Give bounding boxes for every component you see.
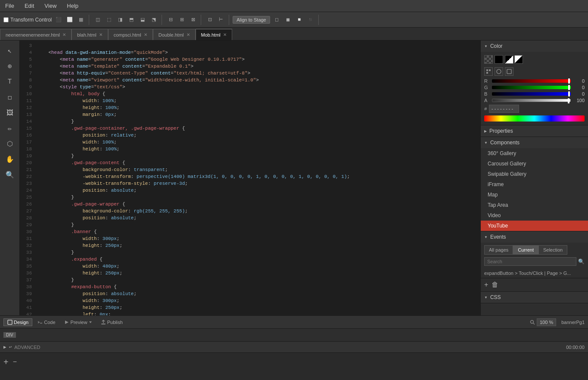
toolbar-btn-1[interactable]: ⬛ (53, 15, 64, 25)
timeline-play-icon[interactable]: ▶ (3, 344, 6, 350)
alpha-slider[interactable] (492, 99, 571, 102)
publish-tab[interactable]: Publish (97, 319, 126, 326)
toolbar-btn-2[interactable]: ⬜ (65, 15, 75, 25)
toolbar-align-top[interactable]: ⬒ (126, 15, 137, 25)
blue-thumb[interactable] (568, 91, 570, 97)
toolbar-size-1[interactable]: ⊡ (205, 15, 215, 25)
color-gradient-bar[interactable] (484, 115, 585, 121)
component-360-gallery[interactable]: 360° Gallery (481, 148, 588, 159)
transform-checkbox[interactable] (3, 17, 9, 22)
sidebar-icon-hand[interactable]: ✋ (3, 153, 17, 166)
component-video[interactable]: Video (481, 210, 588, 221)
toolbar-size-2[interactable]: ⊢ (216, 15, 226, 25)
toolbar-dist-3[interactable]: ⊠ (188, 15, 198, 25)
timeline-minus-button[interactable]: − (13, 358, 17, 366)
red-slider[interactable] (492, 79, 571, 83)
code-tab[interactable]: Code (34, 319, 59, 326)
sidebar-icon-image[interactable]: 🖼 (3, 106, 17, 120)
blue-slider[interactable] (492, 92, 571, 96)
events-search-icon[interactable]: 🔍 (578, 259, 585, 265)
toolbar-extra-1[interactable]: ◻ (272, 15, 282, 25)
tab-close-4[interactable]: ✕ (187, 32, 190, 37)
menu-view[interactable]: View (39, 1, 62, 11)
tab-close-3[interactable]: ✕ (144, 32, 147, 37)
toolbar-align-middle[interactable]: ⬓ (137, 15, 148, 25)
toolbar-extra-2[interactable]: ◼ (283, 15, 293, 25)
sidebar-icon-zoom[interactable]: ⊕ (3, 59, 17, 73)
toolbar-extra-4[interactable]: ◾ (305, 15, 316, 25)
swatch-black[interactable] (495, 55, 503, 64)
svg-marker-8 (89, 321, 92, 323)
toolbar-btn-3[interactable]: ▦ (76, 15, 86, 25)
zoom-value[interactable]: 100 % (537, 318, 556, 326)
sidebar-icon-search[interactable]: 🔍 (3, 168, 17, 182)
tab-neener[interactable]: neenerneenerneener.html ✕ (0, 29, 72, 40)
tab-close-5[interactable]: ✕ (223, 32, 227, 37)
toolbar-dist-h[interactable]: ⊟ (165, 15, 176, 25)
alpha-thumb[interactable] (568, 98, 569, 103)
events-delete-button[interactable]: 🗑 (492, 281, 498, 289)
menu-help[interactable]: Help (62, 1, 84, 11)
code-line-22: 22 -webkit-transform: perspective(1400) … (20, 173, 480, 180)
page-label: bannerPg1 (561, 320, 585, 325)
color-section: ▼ Color (481, 40, 588, 125)
tab-close-1[interactable]: ✕ (62, 32, 66, 37)
properties-triangle: ▶ (484, 129, 487, 133)
align-to-stage-button[interactable]: Align to Stage (233, 16, 270, 24)
css-header[interactable]: ▼ CSS (481, 292, 588, 303)
green-thumb[interactable] (568, 85, 570, 90)
component-carousel-gallery[interactable]: Carousel Gallery (481, 159, 588, 169)
swatch-half2[interactable] (514, 55, 523, 64)
tab-compsci[interactable]: compsci.html ✕ (108, 29, 153, 40)
event-item-1[interactable]: expandButton > Touch/Click | Page > G... (481, 268, 588, 278)
component-map[interactable]: Map (481, 190, 588, 200)
menu-file[interactable]: File (0, 1, 19, 11)
css-title: CSS (490, 294, 501, 300)
sidebar-icon-shape[interactable]: ◻ (3, 90, 17, 104)
hex-input[interactable] (489, 105, 519, 113)
events-tab-selection[interactable]: Selection (538, 245, 567, 255)
timeline-add-button[interactable]: + (3, 357, 9, 367)
tab-blah[interactable]: blah.html ✕ (72, 29, 108, 40)
toolbar-align-bottom[interactable]: ⬔ (149, 15, 159, 25)
events-tab-allpages[interactable]: All pages (484, 245, 513, 255)
component-iframe[interactable]: iFrame (481, 179, 588, 190)
color-header[interactable]: ▼ Color (481, 40, 588, 52)
toolbar-align-center[interactable]: ⬚ (104, 15, 114, 25)
green-slider[interactable] (492, 86, 571, 89)
properties-section: ▶ Properties (481, 125, 588, 137)
preview-tab[interactable]: Preview (61, 319, 96, 326)
sidebar-icon-cursor[interactable]: ↖ (3, 44, 17, 58)
component-swipable-gallery[interactable]: Swipable Gallery (481, 169, 588, 179)
transform-label: Transform Control (10, 17, 52, 23)
toolbar-extra-3[interactable]: ◽ (294, 15, 305, 25)
sidebar-icon-text[interactable]: T (3, 75, 17, 89)
component-youtube[interactable]: YouTube (481, 221, 588, 231)
events-add-button[interactable]: + (484, 281, 488, 289)
components-header[interactable]: ▼ Components (481, 137, 588, 148)
design-tab[interactable]: Design (3, 318, 32, 326)
sidebar-icon-component[interactable]: ⬡ (3, 137, 17, 151)
events-search-input[interactable] (484, 257, 576, 266)
tab-mob[interactable]: Mob.html ✕ (196, 29, 232, 40)
swatch-checker[interactable] (484, 55, 493, 64)
menu-edit[interactable]: Edit (19, 1, 39, 11)
color-swatches (484, 55, 585, 64)
color-mode-3[interactable] (505, 67, 513, 76)
toolbar-dist-v[interactable]: ⊞ (177, 15, 187, 25)
color-mode-1[interactable] (484, 67, 493, 76)
swatch-group (505, 55, 523, 64)
properties-header[interactable]: ▶ Properties (481, 125, 588, 137)
component-tap-area[interactable]: Tap Area (481, 200, 588, 210)
red-thumb[interactable] (568, 78, 570, 84)
color-mode-2[interactable] (495, 67, 503, 76)
tab-close-2[interactable]: ✕ (99, 32, 103, 37)
toolbar-align-right[interactable]: ◨ (115, 15, 125, 25)
toolbar-align-left[interactable]: ◫ (93, 15, 103, 25)
swatch-half[interactable] (505, 55, 513, 64)
tab-double[interactable]: Double.html ✕ (153, 29, 196, 40)
sidebar-icon-pen[interactable]: ✏ (3, 121, 17, 135)
events-header[interactable]: ▼ Events (481, 231, 588, 243)
events-tab-current[interactable]: Current (513, 245, 538, 255)
timeline-back-icon[interactable]: ↩ (9, 344, 12, 350)
